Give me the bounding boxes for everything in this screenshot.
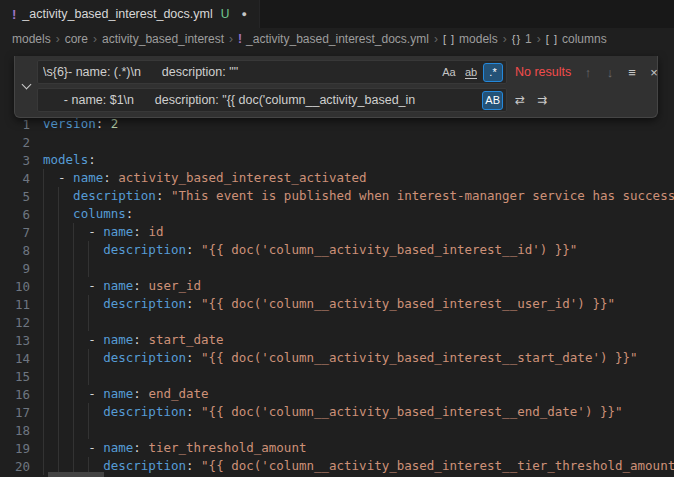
indent-guide — [88, 367, 89, 385]
code-line: 14 description: "{{ doc('column__activit… — [0, 349, 674, 367]
line-number: 8 — [0, 243, 30, 258]
line-number: 10 — [0, 279, 30, 294]
indent-guide — [88, 313, 89, 331]
breadcrumb-separator-icon: › — [93, 32, 97, 46]
line-number: 3 — [0, 153, 30, 168]
find-row: \s{6}- name: (.*)\n description: "" Aa a… — [37, 60, 663, 84]
replace-input[interactable]: - name: $1\n description: "{{ doc('colum… — [37, 88, 507, 112]
indent-guide — [58, 385, 59, 403]
indent-guide — [43, 367, 44, 385]
breadcrumb-label: columns — [562, 32, 607, 46]
indent-guide — [43, 313, 44, 331]
code-line: 17 description: "{{ doc('column__activit… — [0, 403, 674, 421]
breadcrumb-label: activity_based_interest — [102, 32, 224, 46]
modified-dot-icon[interactable]: ● — [241, 9, 246, 19]
code-line-text[interactable]: models: — [43, 151, 96, 169]
line-number: 6 — [0, 207, 30, 222]
code-line-text[interactable]: - name: end_date — [43, 385, 209, 403]
previous-match-button[interactable]: ↑ — [579, 62, 597, 82]
indent-guide — [88, 295, 89, 313]
code-line: 5 description: "This event is published … — [0, 187, 674, 205]
indent-guide — [73, 295, 74, 313]
line-number: 2 — [0, 135, 30, 150]
line-number: 15 — [0, 369, 30, 384]
indent-guide — [73, 367, 74, 385]
indent-guide — [43, 385, 44, 403]
replace-all-button[interactable]: ⇉ — [533, 90, 551, 110]
regex-button[interactable]: .* — [483, 63, 503, 82]
replace-text[interactable]: - name: $1\n description: "{{ doc('colum… — [43, 93, 480, 107]
indent-guide — [73, 313, 74, 331]
indent-guide — [43, 331, 44, 349]
breadcrumb-item-models[interactable]: models — [12, 32, 51, 46]
code-line-text[interactable]: description: "{{ doc('column__activity_b… — [43, 241, 577, 259]
find-in-selection-button[interactable]: ≡ — [623, 62, 641, 82]
breadcrumb-item-models[interactable]: [ ]models — [443, 32, 498, 46]
breadcrumb-separator-icon: › — [537, 32, 541, 46]
preserve-case-button[interactable]: AB — [482, 91, 503, 110]
code-line: 13 - name: start_date — [0, 331, 674, 349]
find-replace-widget: \s{6}- name: (.*)\n description: "" Aa a… — [14, 56, 658, 118]
code-line: 15 — [0, 367, 674, 385]
breadcrumb-separator-icon: › — [56, 32, 60, 46]
indent-guide — [43, 187, 44, 205]
match-case-button[interactable]: Aa — [439, 63, 459, 82]
line-number: 5 — [0, 189, 30, 204]
code-line: 18 — [0, 421, 674, 439]
indent-guide — [58, 367, 59, 385]
toggle-replace-button[interactable] — [15, 60, 37, 112]
code-line-text[interactable]: - name: user_id — [43, 277, 201, 295]
code-line-text[interactable]: - name: start_date — [43, 331, 224, 349]
indent-guide — [43, 349, 44, 367]
indent-guide — [88, 421, 89, 439]
code-line: 9 — [0, 259, 674, 277]
indent-guide — [43, 241, 44, 259]
close-find-button[interactable]: × — [645, 62, 663, 82]
indent-guide — [43, 439, 44, 457]
indent-guide — [73, 277, 74, 295]
code-line-text[interactable]: - name: tier_threshold_amount — [43, 439, 306, 457]
code-line: 3models: — [0, 151, 674, 169]
code-line-text[interactable]: description: "{{ doc('column__activity_b… — [43, 295, 615, 313]
code-line-text[interactable]: description: "{{ doc('column__activity_b… — [43, 403, 623, 421]
code-line: 4 - name: activity_based_interest_activa… — [0, 169, 674, 187]
indent-guide — [43, 223, 44, 241]
next-match-button[interactable]: ↓ — [601, 62, 619, 82]
code-line-text[interactable]: description: "{{ doc('column__activity_b… — [43, 349, 638, 367]
breadcrumb-item-core[interactable]: core — [65, 32, 88, 46]
breadcrumb-label: models — [459, 32, 498, 46]
indent-guide — [88, 259, 89, 277]
code-line: 7 - name: id — [0, 223, 674, 241]
breadcrumb-item--activity-based-interest-docs-yml[interactable]: !_activity_based_interest_docs.yml — [238, 32, 429, 46]
indent-guide — [73, 223, 74, 241]
line-number: 9 — [0, 261, 30, 276]
breadcrumb-item-activity-based-interest[interactable]: activity_based_interest — [102, 32, 224, 46]
indent-guide — [88, 349, 89, 367]
find-query-text[interactable]: \s{6}- name: (.*)\n description: "" — [43, 65, 437, 79]
replace-button[interactable]: ⇄ — [511, 90, 529, 110]
breadcrumb-label: 1 — [525, 32, 532, 46]
line-number: 12 — [0, 315, 30, 330]
indent-guide — [43, 421, 44, 439]
indent-guide — [43, 259, 44, 277]
code-line-text[interactable]: columns: — [43, 205, 133, 223]
breadcrumb-item-columns[interactable]: [ ]columns — [546, 32, 607, 46]
breadcrumb-item-1[interactable]: {}1 — [512, 32, 532, 46]
code-line-text[interactable]: description: "{{ doc('column__activity_b… — [43, 457, 674, 475]
chevron-down-icon — [21, 80, 31, 90]
line-number: 16 — [0, 387, 30, 402]
indent-guide — [88, 241, 89, 259]
tab-activity-based-interest-docs[interactable]: ! _activity_based_interest_docs.yml U ● — [0, 0, 260, 28]
code-line: 12 — [0, 313, 674, 331]
code-line: 16 - name: end_date — [0, 385, 674, 403]
find-input[interactable]: \s{6}- name: (.*)\n description: "" Aa a… — [37, 60, 507, 84]
indent-guide — [58, 223, 59, 241]
whole-word-button[interactable]: ab — [461, 63, 481, 82]
code-line-text[interactable]: - name: id — [43, 223, 163, 241]
code-line-text[interactable]: description: "This event is published wh… — [43, 187, 674, 205]
yaml-file-icon: ! — [238, 32, 242, 46]
horizontal-scrollbar-thumb[interactable] — [48, 472, 104, 477]
code-line-text[interactable]: - name: activity_based_interest_activate… — [43, 169, 367, 187]
replace-row: - name: $1\n description: "{{ doc('colum… — [37, 88, 663, 112]
editor-pane: 1version: 223models:4 - name: activity_b… — [0, 50, 674, 477]
